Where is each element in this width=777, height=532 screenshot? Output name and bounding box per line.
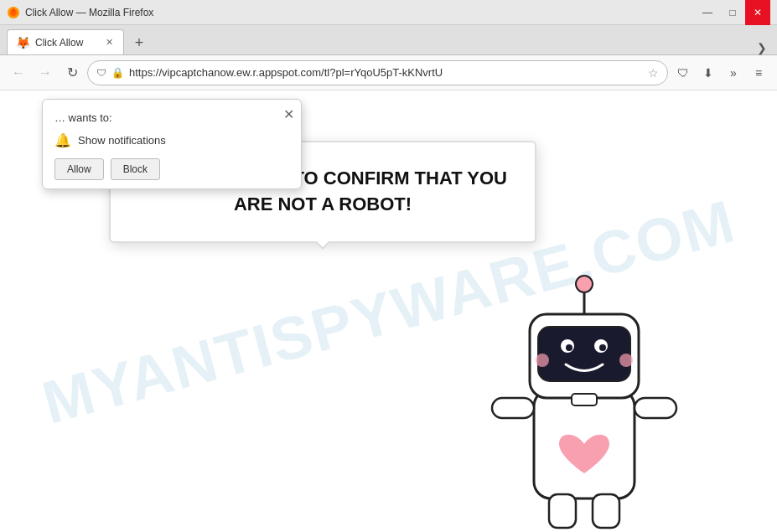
toolbar-icons: 🛡 ⬇ » ≡ bbox=[671, 61, 770, 85]
address-bar[interactable]: 🛡 🔒 https://vipcaptchanow.ew.r.appspot.c… bbox=[87, 60, 668, 85]
allow-button[interactable]: Allow bbox=[54, 158, 104, 180]
popup-wants-text: … wants to: bbox=[54, 111, 289, 124]
robot-svg bbox=[442, 197, 727, 532]
svg-point-10 bbox=[619, 354, 633, 367]
svg-point-7 bbox=[566, 344, 572, 351]
bell-icon: 🔔 bbox=[54, 132, 71, 148]
notification-popup: ✕ … wants to: 🔔 Show notifications Allow… bbox=[42, 99, 302, 189]
back-icon: ← bbox=[12, 65, 25, 80]
active-tab[interactable]: 🦊 Click Allow ✕ bbox=[7, 29, 124, 54]
titlebar: Click Allow — Mozilla Firefox — □ ✕ bbox=[0, 0, 777, 25]
titlebar-controls: — □ ✕ bbox=[695, 0, 770, 25]
reload-icon: ↻ bbox=[67, 65, 78, 80]
extensions-icon[interactable]: » bbox=[722, 61, 745, 85]
download-icon[interactable]: ⬇ bbox=[697, 61, 720, 85]
back-button[interactable]: ← bbox=[7, 61, 30, 85]
close-button[interactable]: ✕ bbox=[745, 0, 770, 25]
firefox-logo-icon bbox=[7, 6, 20, 19]
tab-close-button[interactable]: ✕ bbox=[104, 35, 115, 49]
forward-button[interactable]: → bbox=[34, 61, 57, 85]
url-display: https://vipcaptchanow.ew.r.appspot.com/t… bbox=[129, 66, 643, 79]
svg-rect-16 bbox=[549, 494, 576, 528]
popup-close-button[interactable]: ✕ bbox=[283, 106, 294, 122]
popup-permission-row: 🔔 Show notifications bbox=[54, 132, 289, 148]
minimize-button[interactable]: — bbox=[695, 0, 720, 25]
page-content: MYANTISPYWARE.COM ✕ … wants to: 🔔 Show n… bbox=[0, 90, 777, 532]
svg-rect-4 bbox=[538, 327, 630, 381]
svg-point-8 bbox=[599, 344, 606, 351]
tab-arrow-button[interactable]: ❯ bbox=[754, 41, 770, 54]
svg-rect-14 bbox=[492, 398, 534, 418]
svg-rect-15 bbox=[635, 398, 676, 418]
shield-icon: 🛡 bbox=[96, 67, 106, 79]
new-tab-button[interactable]: + bbox=[127, 31, 151, 54]
robot-illustration bbox=[442, 197, 727, 532]
titlebar-left: Click Allow — Mozilla Firefox bbox=[7, 6, 153, 19]
tab-label: Click Allow bbox=[35, 37, 99, 49]
window-title: Click Allow — Mozilla Firefox bbox=[25, 7, 153, 18]
shield-toolbar-icon[interactable]: 🛡 bbox=[671, 61, 695, 85]
maximize-button[interactable]: □ bbox=[720, 0, 745, 25]
svg-point-9 bbox=[536, 354, 549, 367]
block-button[interactable]: Block bbox=[111, 158, 160, 180]
reload-button[interactable]: ↻ bbox=[60, 61, 84, 85]
svg-rect-17 bbox=[593, 494, 619, 528]
lock-icon: 🔒 bbox=[111, 67, 124, 79]
toolbar: ← → ↻ 🛡 🔒 https://vipcaptchanow.ew.r.app… bbox=[0, 55, 777, 90]
tabbar: 🦊 Click Allow ✕ + ❯ bbox=[0, 25, 777, 55]
bookmark-star-icon[interactable]: ☆ bbox=[648, 66, 659, 80]
popup-permission-text: Show notifications bbox=[78, 134, 166, 147]
forward-icon: → bbox=[39, 65, 52, 80]
svg-rect-13 bbox=[572, 394, 597, 405]
svg-point-12 bbox=[576, 276, 593, 292]
tab-favicon-icon: 🦊 bbox=[16, 36, 30, 49]
menu-icon[interactable]: ≡ bbox=[747, 61, 770, 85]
popup-buttons: Allow Block bbox=[54, 158, 289, 180]
